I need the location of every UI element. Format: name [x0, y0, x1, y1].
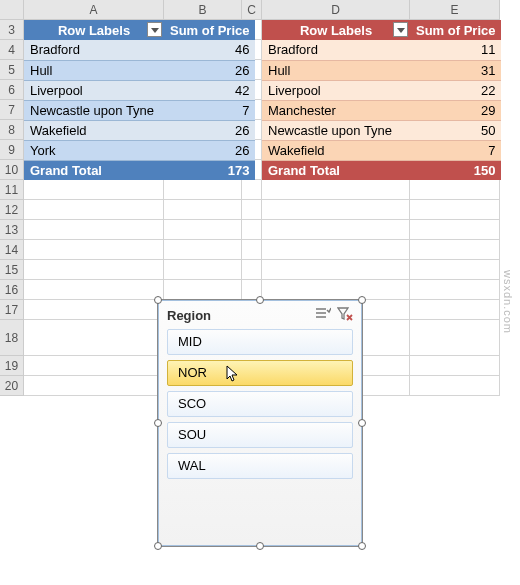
row-header-12[interactable]: 12: [0, 200, 24, 220]
row-header-18[interactable]: 18: [0, 320, 24, 356]
col-header-A[interactable]: A: [24, 0, 164, 20]
cell[interactable]: [410, 220, 500, 240]
row-header-11[interactable]: 11: [0, 180, 24, 200]
resize-handle[interactable]: [154, 296, 162, 304]
col-header-D[interactable]: D: [262, 0, 410, 20]
cell[interactable]: [410, 180, 500, 200]
slicer-item-wal[interactable]: WAL: [167, 453, 353, 479]
cell[interactable]: [24, 356, 164, 376]
pivot-total-row[interactable]: Grand Total 173: [24, 160, 255, 180]
cell[interactable]: [242, 240, 262, 260]
cell[interactable]: [410, 356, 500, 376]
cell[interactable]: [164, 180, 242, 200]
resize-handle[interactable]: [358, 542, 366, 550]
pivot-row-label: Liverpool: [24, 80, 164, 100]
resize-handle[interactable]: [358, 296, 366, 304]
pivot-table-left[interactable]: Row Labels Sum of Price Bradford 46 Hull…: [24, 20, 255, 180]
cell[interactable]: [262, 200, 410, 220]
pivot-table-right[interactable]: Row Labels Sum of Price Bradford 11 Hull…: [262, 20, 501, 180]
slicer-region[interactable]: Region MIDNORSCOSOUWAL: [158, 300, 362, 546]
pivot-row[interactable]: Manchester 29: [262, 100, 501, 120]
row-header-20[interactable]: 20: [0, 376, 24, 396]
pivot-row[interactable]: Newcastle upon Tyne 50: [262, 120, 501, 140]
row-header-7[interactable]: 7: [0, 100, 24, 120]
cell[interactable]: [262, 240, 410, 260]
cell[interactable]: [410, 200, 500, 220]
pivot-header-label[interactable]: Row Labels: [262, 20, 410, 40]
cell[interactable]: [262, 180, 410, 200]
pivot-row-value: 26: [164, 60, 255, 80]
pivot-total-label: Grand Total: [24, 160, 164, 180]
pivot-total-row[interactable]: Grand Total 150: [262, 160, 501, 180]
cell[interactable]: [24, 376, 164, 396]
row-header-19[interactable]: 19: [0, 356, 24, 376]
resize-handle[interactable]: [154, 419, 162, 427]
cell[interactable]: [410, 376, 500, 396]
pivot-header-label[interactable]: Row Labels: [24, 20, 164, 40]
row-header-5[interactable]: 5: [0, 60, 24, 80]
slicer-item-nor[interactable]: NOR: [167, 360, 353, 386]
cell[interactable]: [242, 180, 262, 200]
row-header-16[interactable]: 16: [0, 280, 24, 300]
cell[interactable]: [410, 320, 500, 356]
cell[interactable]: [24, 200, 164, 220]
clear-filter-icon[interactable]: [337, 307, 353, 324]
cell[interactable]: [164, 240, 242, 260]
pivot-row[interactable]: Bradford 46: [24, 40, 255, 60]
pivot-row[interactable]: Wakefield 7: [262, 140, 501, 160]
cell[interactable]: [164, 280, 242, 300]
row-header-14[interactable]: 14: [0, 240, 24, 260]
row-header-3[interactable]: 3: [0, 20, 24, 40]
select-all-corner[interactable]: [0, 0, 24, 20]
cell[interactable]: [242, 260, 262, 280]
filter-dropdown-icon[interactable]: [393, 22, 408, 37]
col-header-B[interactable]: B: [164, 0, 242, 20]
cell[interactable]: [164, 200, 242, 220]
row-header-17[interactable]: 17: [0, 300, 24, 320]
multi-select-icon[interactable]: [315, 307, 331, 324]
cell[interactable]: [24, 320, 164, 356]
row-header-8[interactable]: 8: [0, 120, 24, 140]
cell[interactable]: [164, 220, 242, 240]
col-header-C[interactable]: C: [242, 0, 262, 20]
pivot-row[interactable]: York 26: [24, 140, 255, 160]
pivot-row[interactable]: Hull 26: [24, 60, 255, 80]
pivot-row[interactable]: Bradford 11: [262, 40, 501, 60]
slicer-item-sco[interactable]: SCO: [167, 391, 353, 417]
pivot-row[interactable]: Newcastle upon Tyne 7: [24, 100, 255, 120]
resize-handle[interactable]: [358, 419, 366, 427]
cell[interactable]: [410, 300, 500, 320]
cell[interactable]: [410, 240, 500, 260]
cell[interactable]: [242, 220, 262, 240]
pivot-row[interactable]: Wakefield 26: [24, 120, 255, 140]
slicer-item-sou[interactable]: SOU: [167, 422, 353, 448]
cell[interactable]: [410, 260, 500, 280]
cell[interactable]: [24, 260, 164, 280]
resize-handle[interactable]: [256, 296, 264, 304]
cell[interactable]: [24, 240, 164, 260]
pivot-row[interactable]: Liverpool 42: [24, 80, 255, 100]
resize-handle[interactable]: [154, 542, 162, 550]
pivot-row[interactable]: Liverpool 22: [262, 80, 501, 100]
row-header-13[interactable]: 13: [0, 220, 24, 240]
pivot-row[interactable]: Hull 31: [262, 60, 501, 80]
cell[interactable]: [164, 260, 242, 280]
filter-dropdown-icon[interactable]: [147, 22, 162, 37]
cell[interactable]: [262, 280, 410, 300]
slicer-item-mid[interactable]: MID: [167, 329, 353, 355]
cell[interactable]: [262, 220, 410, 240]
resize-handle[interactable]: [256, 542, 264, 550]
cell[interactable]: [24, 280, 164, 300]
row-header-4[interactable]: 4: [0, 40, 24, 60]
row-header-6[interactable]: 6: [0, 80, 24, 100]
cell[interactable]: [24, 300, 164, 320]
row-header-15[interactable]: 15: [0, 260, 24, 280]
col-header-E[interactable]: E: [410, 0, 500, 20]
cell[interactable]: [242, 200, 262, 220]
cell[interactable]: [410, 280, 500, 300]
cell[interactable]: [24, 180, 164, 200]
cell[interactable]: [262, 260, 410, 280]
row-header-10[interactable]: 10: [0, 160, 24, 180]
cell[interactable]: [24, 220, 164, 240]
row-header-9[interactable]: 9: [0, 140, 24, 160]
